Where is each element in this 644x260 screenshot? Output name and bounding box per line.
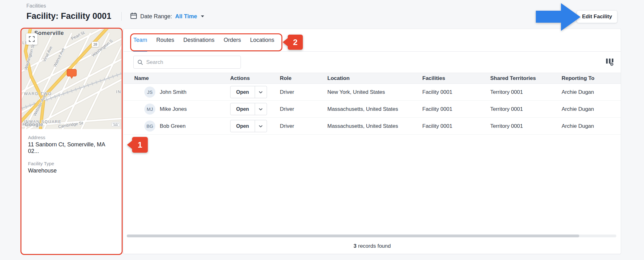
member-name: John Smith <box>160 89 186 95</box>
open-split-button[interactable]: Open <box>230 86 267 98</box>
avatar: BG <box>144 121 155 132</box>
address-label: Address <box>28 135 115 140</box>
member-location: Massachusetts, United States <box>327 106 422 112</box>
table-row[interactable]: MJ Mike Jones Open Driver Massachusetts,… <box>124 101 621 118</box>
tab-destinations[interactable]: Destinations <box>183 29 214 51</box>
member-facilities: Facility 0001 <box>422 106 490 112</box>
tab-orders[interactable]: Orders <box>224 29 241 51</box>
table-toolbar <box>124 52 621 73</box>
address-value: 11 Sanborn Ct, Somerville, MA 02... <box>28 141 115 155</box>
search-icon <box>137 59 143 65</box>
page-title: Facility: Facility 0001 <box>26 11 111 21</box>
facility-details: Address 11 Sanborn Ct, Somerville, MA 02… <box>22 129 121 186</box>
map-area-label: WARD TWO <box>24 91 52 96</box>
member-role: Driver <box>280 123 327 129</box>
keyboard-shortcuts-icon[interactable] <box>112 122 120 127</box>
member-location: Massachusetts, United States <box>327 123 422 129</box>
date-range-value: All Time <box>175 13 197 20</box>
facility-page: Facilities Facility: Facility 0001 Date … <box>0 0 644 260</box>
open-button[interactable]: Open <box>230 86 255 98</box>
calendar-icon <box>130 12 137 21</box>
breadcrumb[interactable]: Facilities <box>26 3 46 9</box>
member-facilities: Facility 0001 <box>422 89 490 95</box>
facility-detail-card: Team Routes Destinations Orders Location… <box>123 29 621 254</box>
column-settings-icon[interactable] <box>606 58 614 66</box>
map-fullscreen-button[interactable] <box>26 33 37 45</box>
col-header-facilities[interactable]: Facilities <box>422 75 490 82</box>
open-dropdown-button[interactable] <box>255 120 267 132</box>
chevron-down-icon <box>201 15 204 17</box>
member-role: Driver <box>280 106 327 112</box>
table-header-row: Name Actions Role Location Facilities Sh… <box>124 73 621 84</box>
horizontal-scrollbar-track <box>127 235 616 237</box>
chevron-down-icon <box>259 91 263 93</box>
tab-bar: Team Routes Destinations Orders Location… <box>124 29 621 52</box>
member-role: Driver <box>280 89 327 95</box>
facility-summary-panel: Somerville Pearl St Vinal Ave Walnut Ave… <box>21 29 122 254</box>
tab-routes[interactable]: Routes <box>156 29 174 51</box>
chevron-down-icon <box>259 108 263 110</box>
title-divider <box>121 12 122 21</box>
member-name: Mike Jones <box>160 106 187 112</box>
col-header-shared-territories[interactable]: Shared Territories <box>490 75 562 82</box>
date-range-label: Date Range: <box>140 13 172 20</box>
chevron-down-icon <box>259 125 263 127</box>
member-reporting-to: Archie Dugan <box>562 123 621 129</box>
col-header-role[interactable]: Role <box>280 75 327 82</box>
map-city-label: Somerville <box>34 30 64 37</box>
tab-team[interactable]: Team <box>133 29 147 51</box>
open-button[interactable]: Open <box>230 120 255 132</box>
member-shared-territories: Territory 0001 <box>490 123 562 129</box>
date-range-filter[interactable]: Date Range: All Time <box>130 12 204 21</box>
member-location: New York, United States <box>327 89 422 95</box>
facility-type-label: Facility Type <box>28 161 115 166</box>
member-reporting-to: Archie Dugan <box>562 106 621 112</box>
annotation-blue-arrow <box>536 3 581 33</box>
open-split-button[interactable]: Open <box>230 120 267 132</box>
map-marker-icon[interactable] <box>67 69 77 80</box>
facility-type-value: Warehouse <box>28 167 115 174</box>
avatar: JS <box>144 87 155 98</box>
google-attribution: Google <box>25 122 43 127</box>
tab-locations[interactable]: Locations <box>250 29 274 51</box>
col-header-actions[interactable]: Actions <box>230 75 280 82</box>
facility-map[interactable]: Somerville Pearl St Vinal Ave Walnut Ave… <box>22 29 121 129</box>
col-header-reporting-to[interactable]: Reporting To <box>562 75 621 82</box>
table-row[interactable]: JS John Smith Open Driver New York, Unit… <box>124 84 621 101</box>
search-box[interactable] <box>133 56 241 69</box>
col-header-location[interactable]: Location <box>327 75 422 82</box>
member-reporting-to: Archie Dugan <box>562 89 621 95</box>
records-count: 3records found <box>124 243 621 249</box>
avatar: MJ <box>144 104 155 115</box>
horizontal-scrollbar-thumb[interactable] <box>127 235 579 237</box>
member-facilities: Facility 0001 <box>422 123 490 129</box>
member-shared-territories: Territory 0001 <box>490 106 562 112</box>
open-split-button[interactable]: Open <box>230 103 267 115</box>
edit-facility-button[interactable]: Edit Facility <box>577 10 617 23</box>
table-row[interactable]: BG Bob Green Open Driver Massachusetts, … <box>124 118 621 135</box>
open-dropdown-button[interactable] <box>255 86 267 98</box>
map-partial-label: INN <box>116 89 121 94</box>
member-shared-territories: Territory 0001 <box>490 89 562 95</box>
member-name: Bob Green <box>160 123 186 129</box>
open-button[interactable]: Open <box>230 103 255 115</box>
route-28-shield: 28 <box>92 42 99 47</box>
col-header-name[interactable]: Name <box>134 75 230 82</box>
open-dropdown-button[interactable] <box>255 103 267 115</box>
search-input[interactable] <box>146 56 241 68</box>
